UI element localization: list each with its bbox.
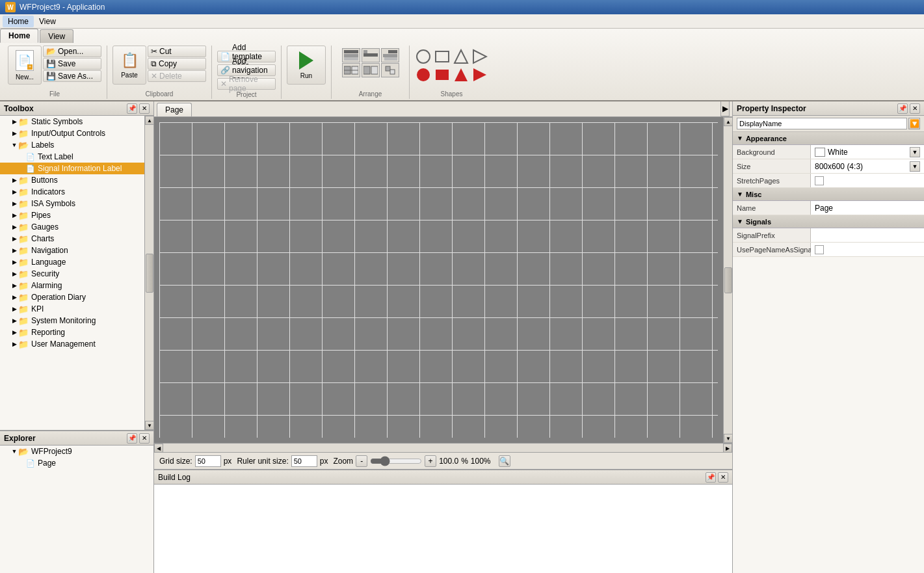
signalprefix-val[interactable] — [811, 228, 924, 242]
expand-language[interactable]: ▶ — [10, 258, 18, 266]
prop-section-signals-header[interactable]: ▼ Signals — [733, 215, 924, 228]
toolbox-item-system-monitoring[interactable]: ▶ 📁 System Monitoring — [0, 315, 144, 326]
size-dropdown-btn[interactable]: ▼ — [910, 161, 920, 172]
shape-tri2-outline[interactable] — [471, 48, 488, 65]
toolbox-item-pipes[interactable]: ▶ 📁 Pipes — [0, 209, 144, 221]
toolbox-item-buttons[interactable]: ▶ 📁 Buttons — [0, 174, 144, 186]
zoom-slider[interactable] — [370, 458, 422, 464]
tab-scroll-right[interactable]: ▶ — [720, 101, 730, 116]
prop-section-misc-header[interactable]: ▼ Misc — [733, 188, 924, 201]
expand-navigation[interactable]: ▶ — [10, 247, 18, 254]
toolbox-item-charts[interactable]: ▶ 📁 Charts — [0, 233, 144, 245]
shape-circle-outline[interactable] — [415, 48, 432, 65]
scroll-down-arrow[interactable]: ▼ — [145, 421, 153, 430]
toolbox-item-gauges[interactable]: ▶ 📁 Gauges — [0, 221, 144, 233]
copy-button[interactable]: ⧉Copy — [148, 58, 206, 70]
toolbox-item-static-symbols[interactable]: ▶ 📁 Static Symbols — [0, 116, 144, 127]
size-dropdown[interactable]: 800x600 (4:3) ▼ — [815, 161, 920, 172]
explorer-item-page[interactable]: 📄 Page — [0, 457, 153, 469]
delete-button[interactable]: ✕Delete — [148, 70, 206, 82]
canvas[interactable] — [159, 122, 718, 438]
shape-tri-fill[interactable] — [453, 66, 469, 83]
prop-pin-btn[interactable]: 📌 — [897, 103, 908, 114]
cut-button[interactable]: ✂Cut — [148, 46, 206, 57]
save-button[interactable]: 💾Save — [43, 58, 101, 70]
shape-rect-fill[interactable] — [434, 66, 451, 83]
expand-pipes[interactable]: ▶ — [10, 211, 18, 219]
toolbox-item-user-management[interactable]: ▶ 📁 User Management — [0, 338, 144, 350]
arrange-btn-3[interactable] — [381, 48, 399, 62]
toolbox-item-isa-symbols[interactable]: ▶ 📁 ISA Symbols — [0, 198, 144, 209]
expand-alarming[interactable]: ▶ — [10, 282, 18, 289]
menu-home[interactable]: Home — [3, 16, 34, 27]
name-val[interactable]: Page — [811, 201, 924, 215]
toolbox-item-text-label[interactable]: 📄 Text Label — [0, 151, 144, 163]
canvas-scroll-down[interactable]: ▼ — [724, 434, 732, 443]
usepagenameassignalp-checkbox[interactable] — [815, 245, 824, 254]
expand-static-symbols[interactable]: ▶ — [10, 118, 18, 126]
expand-gauges[interactable]: ▶ — [10, 223, 18, 231]
stretchpages-val[interactable] — [811, 174, 924, 187]
expand-security[interactable]: ▶ — [10, 270, 18, 278]
canvas-scroll-thumb-v[interactable] — [724, 267, 732, 293]
explorer-item-wfproject9[interactable]: ▼ 📂 WFProject9 — [0, 446, 153, 457]
scroll-thumb[interactable] — [146, 254, 153, 293]
canvas-scroll-right-h[interactable]: ▶ — [723, 444, 732, 453]
background-val[interactable]: White ▼ — [811, 145, 924, 159]
canvas-scrollbar-v[interactable]: ▲ ▼ — [723, 117, 732, 443]
run-button[interactable]: Run — [287, 46, 326, 85]
ribbon-tab-view[interactable]: View — [40, 29, 73, 43]
canvas-scroll-left[interactable]: ◀ — [154, 444, 163, 453]
zoom-in-btn[interactable]: + — [425, 455, 436, 467]
expand-charts[interactable]: ▶ — [10, 235, 18, 243]
arrange-btn-5[interactable] — [362, 63, 380, 77]
toolbox-item-reporting[interactable]: ▶ 📁 Reporting — [0, 326, 144, 338]
menu-view[interactable]: View — [34, 16, 61, 27]
arrange-btn-1[interactable] — [342, 48, 360, 62]
expand-reporting[interactable]: ▶ — [10, 328, 18, 336]
shape-circle-fill[interactable] — [415, 66, 432, 83]
toolbox-item-kpi[interactable]: ▶ 📁 KPI — [0, 303, 144, 315]
explorer-pin-btn[interactable]: 📌 — [127, 433, 137, 444]
toolbox-item-operation-diary[interactable]: ▶ 📁 Operation Diary — [0, 291, 144, 303]
page-tab[interactable]: Page — [157, 103, 192, 116]
paste-button[interactable]: 📋 Paste — [112, 46, 146, 85]
toolbox-item-signal-info-label[interactable]: 📄 Signal Information Label — [0, 163, 144, 174]
toolbox-pin-btn[interactable]: 📌 — [127, 103, 137, 114]
shape-rect-outline[interactable] — [434, 48, 451, 65]
background-dropdown[interactable]: White ▼ — [828, 147, 920, 157]
new-button[interactable]: 📄 + New... — [8, 46, 42, 85]
build-log-close-btn[interactable]: ✕ — [718, 472, 728, 483]
toolbox-item-language[interactable]: ▶ 📁 Language — [0, 256, 144, 268]
expand-io-controls[interactable]: ▶ — [10, 129, 18, 137]
toolbox-item-io-controls[interactable]: ▶ 📁 Input/Output Controls — [0, 127, 144, 139]
arrange-btn-6[interactable] — [381, 63, 399, 77]
prop-close-btn[interactable]: ✕ — [910, 103, 920, 114]
zoom-fit-btn[interactable]: 🔍 — [499, 455, 510, 467]
arrange-btn-2[interactable] — [362, 48, 380, 62]
toolbox-item-security[interactable]: ▶ 📁 Security — [0, 268, 144, 280]
toolbox-item-indicators[interactable]: ▶ 📁 Indicators — [0, 186, 144, 198]
toolbox-item-labels[interactable]: ▼ 📂 Labels — [0, 139, 144, 151]
expand-user-management[interactable]: ▶ — [10, 340, 18, 348]
explorer-close-btn[interactable]: ✕ — [139, 433, 150, 444]
shape-tri2-fill[interactable] — [471, 66, 488, 83]
scroll-up-arrow[interactable]: ▲ — [145, 116, 153, 125]
grid-size-input[interactable] — [195, 455, 221, 467]
usepagenameassignalp-val[interactable] — [811, 243, 924, 256]
background-dropdown-btn[interactable]: ▼ — [910, 147, 920, 157]
expand-wfproject9[interactable]: ▼ — [10, 447, 18, 455]
expand-buttons[interactable]: ▶ — [10, 176, 18, 184]
size-val[interactable]: 800x600 (4:3) ▼ — [811, 159, 924, 173]
toolbox-close-btn[interactable]: ✕ — [139, 103, 150, 114]
expand-kpi[interactable]: ▶ — [10, 305, 18, 313]
expand-labels[interactable]: ▼ — [10, 141, 18, 149]
arrange-btn-4[interactable] — [342, 63, 360, 77]
canvas-scroll-up[interactable]: ▲ — [724, 117, 732, 126]
remove-page-button[interactable]: ✕Remove page — [217, 78, 276, 90]
open-button[interactable]: 📂Open... — [43, 46, 101, 57]
expand-operation-diary[interactable]: ▶ — [10, 293, 18, 301]
ruler-size-input[interactable] — [291, 455, 317, 467]
ribbon-tab-home[interactable]: Home — [0, 29, 38, 43]
canvas-scrollbar-h[interactable]: ◀ ▶ — [154, 443, 732, 452]
